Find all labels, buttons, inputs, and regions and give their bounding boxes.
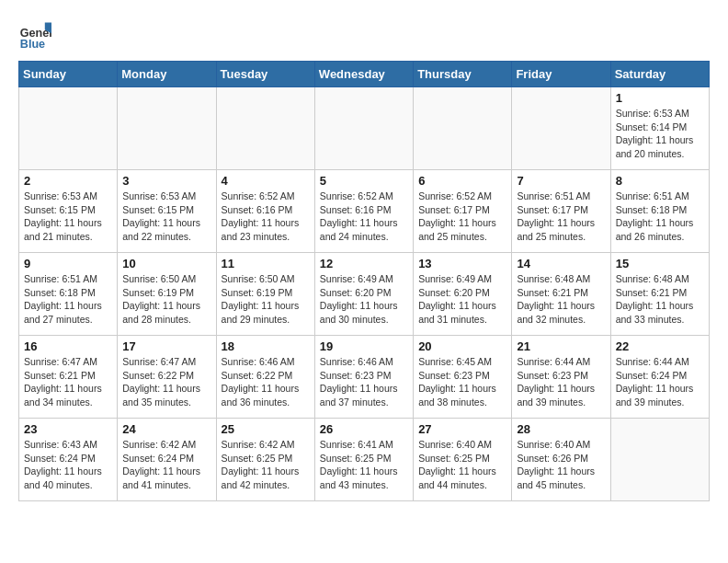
day-info: Sunrise: 6:48 AMSunset: 6:21 PMDaylight:… — [616, 272, 704, 327]
calendar-cell: 4Sunrise: 6:52 AMSunset: 6:16 PMDaylight… — [216, 170, 314, 253]
calendar-cell: 25Sunrise: 6:42 AMSunset: 6:25 PMDayligh… — [216, 419, 314, 501]
col-header-friday: Friday — [512, 62, 610, 87]
calendar-cell: 15Sunrise: 6:48 AMSunset: 6:21 PMDayligh… — [610, 253, 709, 336]
week-row-3: 16Sunrise: 6:47 AMSunset: 6:21 PMDayligh… — [19, 336, 710, 419]
day-number: 15 — [616, 257, 704, 270]
day-info: Sunrise: 6:47 AMSunset: 6:22 PMDaylight:… — [122, 355, 210, 409]
day-number: 27 — [418, 422, 506, 436]
day-info: Sunrise: 6:53 AMSunset: 6:15 PMDaylight:… — [122, 190, 210, 244]
day-number: 8 — [616, 174, 704, 188]
day-info: Sunrise: 6:44 AMSunset: 6:23 PMDaylight:… — [517, 355, 605, 409]
day-number: 4 — [222, 174, 310, 188]
calendar-cell: 20Sunrise: 6:45 AMSunset: 6:23 PMDayligh… — [414, 336, 512, 419]
day-number: 25 — [222, 422, 310, 436]
day-number: 10 — [122, 257, 210, 270]
day-number: 6 — [418, 174, 506, 188]
day-info: Sunrise: 6:52 AMSunset: 6:16 PMDaylight:… — [320, 190, 408, 244]
calendar-cell: 28Sunrise: 6:40 AMSunset: 6:26 PMDayligh… — [512, 419, 610, 501]
day-info: Sunrise: 6:52 AMSunset: 6:17 PMDaylight:… — [418, 190, 506, 244]
calendar-cell: 6Sunrise: 6:52 AMSunset: 6:17 PMDaylight… — [414, 170, 512, 253]
day-info: Sunrise: 6:53 AMSunset: 6:14 PMDaylight:… — [616, 107, 704, 161]
calendar-cell: 9Sunrise: 6:51 AMSunset: 6:18 PMDaylight… — [19, 253, 118, 336]
col-header-saturday: Saturday — [610, 62, 709, 87]
calendar-cell — [118, 87, 216, 170]
day-number: 17 — [122, 339, 210, 353]
day-info: Sunrise: 6:47 AMSunset: 6:21 PMDaylight:… — [24, 355, 112, 409]
calendar-cell: 8Sunrise: 6:51 AMSunset: 6:18 PMDaylight… — [610, 170, 709, 253]
calendar-cell: 14Sunrise: 6:48 AMSunset: 6:21 PMDayligh… — [512, 253, 610, 336]
calendar-cell: 1Sunrise: 6:53 AMSunset: 6:14 PMDaylight… — [610, 87, 709, 170]
calendar-cell — [512, 87, 610, 170]
calendar-cell: 5Sunrise: 6:52 AMSunset: 6:16 PMDaylight… — [314, 170, 413, 253]
calendar-cell: 26Sunrise: 6:41 AMSunset: 6:25 PMDayligh… — [314, 419, 413, 501]
page-header: General Blue — [18, 18, 710, 52]
day-number: 7 — [517, 174, 605, 188]
week-row-1: 2Sunrise: 6:53 AMSunset: 6:15 PMDaylight… — [19, 170, 710, 253]
day-info: Sunrise: 6:40 AMSunset: 6:25 PMDaylight:… — [418, 438, 506, 492]
day-number: 1 — [616, 91, 704, 105]
calendar-cell: 22Sunrise: 6:44 AMSunset: 6:24 PMDayligh… — [610, 336, 709, 419]
day-number: 16 — [24, 339, 112, 353]
day-number: 12 — [320, 257, 408, 270]
calendar-cell: 13Sunrise: 6:49 AMSunset: 6:20 PMDayligh… — [414, 253, 512, 336]
logo-icon: General Blue — [18, 18, 51, 52]
calendar-cell: 24Sunrise: 6:42 AMSunset: 6:24 PMDayligh… — [118, 419, 216, 501]
calendar-cell: 2Sunrise: 6:53 AMSunset: 6:15 PMDaylight… — [19, 170, 118, 253]
day-number: 3 — [122, 174, 210, 188]
calendar-cell: 3Sunrise: 6:53 AMSunset: 6:15 PMDaylight… — [118, 170, 216, 253]
calendar-header-row: SundayMondayTuesdayWednesdayThursdayFrid… — [19, 62, 710, 87]
day-info: Sunrise: 6:49 AMSunset: 6:20 PMDaylight:… — [320, 272, 408, 327]
day-info: Sunrise: 6:42 AMSunset: 6:24 PMDaylight:… — [122, 438, 210, 492]
day-number: 19 — [320, 339, 408, 353]
day-number: 5 — [320, 174, 408, 188]
calendar-cell: 27Sunrise: 6:40 AMSunset: 6:25 PMDayligh… — [414, 419, 512, 501]
day-info: Sunrise: 6:50 AMSunset: 6:19 PMDaylight:… — [222, 272, 310, 327]
calendar-cell: 12Sunrise: 6:49 AMSunset: 6:20 PMDayligh… — [314, 253, 413, 336]
day-info: Sunrise: 6:52 AMSunset: 6:16 PMDaylight:… — [222, 190, 310, 244]
calendar-cell — [414, 87, 512, 170]
day-info: Sunrise: 6:51 AMSunset: 6:18 PMDaylight:… — [616, 190, 704, 244]
calendar-cell: 11Sunrise: 6:50 AMSunset: 6:19 PMDayligh… — [216, 253, 314, 336]
day-number: 2 — [24, 174, 112, 188]
week-row-2: 9Sunrise: 6:51 AMSunset: 6:18 PMDaylight… — [19, 253, 710, 336]
day-number: 9 — [24, 257, 112, 270]
calendar-cell: 18Sunrise: 6:46 AMSunset: 6:22 PMDayligh… — [216, 336, 314, 419]
day-info: Sunrise: 6:46 AMSunset: 6:22 PMDaylight:… — [222, 355, 310, 409]
svg-text:Blue: Blue — [20, 38, 45, 51]
calendar-cell: 16Sunrise: 6:47 AMSunset: 6:21 PMDayligh… — [19, 336, 118, 419]
calendar-table: SundayMondayTuesdayWednesdayThursdayFrid… — [18, 61, 710, 501]
day-number: 21 — [517, 339, 605, 353]
day-info: Sunrise: 6:51 AMSunset: 6:18 PMDaylight:… — [24, 272, 112, 327]
calendar-cell: 10Sunrise: 6:50 AMSunset: 6:19 PMDayligh… — [118, 253, 216, 336]
day-number: 28 — [517, 422, 605, 436]
calendar-cell — [610, 419, 709, 501]
calendar-cell: 7Sunrise: 6:51 AMSunset: 6:17 PMDaylight… — [512, 170, 610, 253]
day-info: Sunrise: 6:41 AMSunset: 6:25 PMDaylight:… — [320, 438, 408, 492]
calendar-cell: 19Sunrise: 6:46 AMSunset: 6:23 PMDayligh… — [314, 336, 413, 419]
day-info: Sunrise: 6:43 AMSunset: 6:24 PMDaylight:… — [24, 438, 112, 492]
day-number: 23 — [24, 422, 112, 436]
day-info: Sunrise: 6:48 AMSunset: 6:21 PMDaylight:… — [517, 272, 605, 327]
day-info: Sunrise: 6:51 AMSunset: 6:17 PMDaylight:… — [517, 190, 605, 244]
calendar-cell — [216, 87, 314, 170]
day-number: 13 — [418, 257, 506, 270]
day-number: 20 — [418, 339, 506, 353]
week-row-4: 23Sunrise: 6:43 AMSunset: 6:24 PMDayligh… — [19, 419, 710, 501]
day-info: Sunrise: 6:53 AMSunset: 6:15 PMDaylight:… — [24, 190, 112, 244]
day-info: Sunrise: 6:40 AMSunset: 6:26 PMDaylight:… — [517, 438, 605, 492]
week-row-0: 1Sunrise: 6:53 AMSunset: 6:14 PMDaylight… — [19, 87, 710, 170]
day-info: Sunrise: 6:42 AMSunset: 6:25 PMDaylight:… — [222, 438, 310, 492]
day-number: 14 — [517, 257, 605, 270]
logo: General Blue — [18, 18, 53, 52]
calendar-cell: 17Sunrise: 6:47 AMSunset: 6:22 PMDayligh… — [118, 336, 216, 419]
calendar-cell — [314, 87, 413, 170]
col-header-sunday: Sunday — [19, 62, 118, 87]
day-number: 24 — [122, 422, 210, 436]
day-info: Sunrise: 6:50 AMSunset: 6:19 PMDaylight:… — [122, 272, 210, 327]
day-number: 18 — [222, 339, 310, 353]
col-header-tuesday: Tuesday — [216, 62, 314, 87]
col-header-thursday: Thursday — [414, 62, 512, 87]
day-info: Sunrise: 6:45 AMSunset: 6:23 PMDaylight:… — [418, 355, 506, 409]
day-info: Sunrise: 6:49 AMSunset: 6:20 PMDaylight:… — [418, 272, 506, 327]
day-number: 26 — [320, 422, 408, 436]
